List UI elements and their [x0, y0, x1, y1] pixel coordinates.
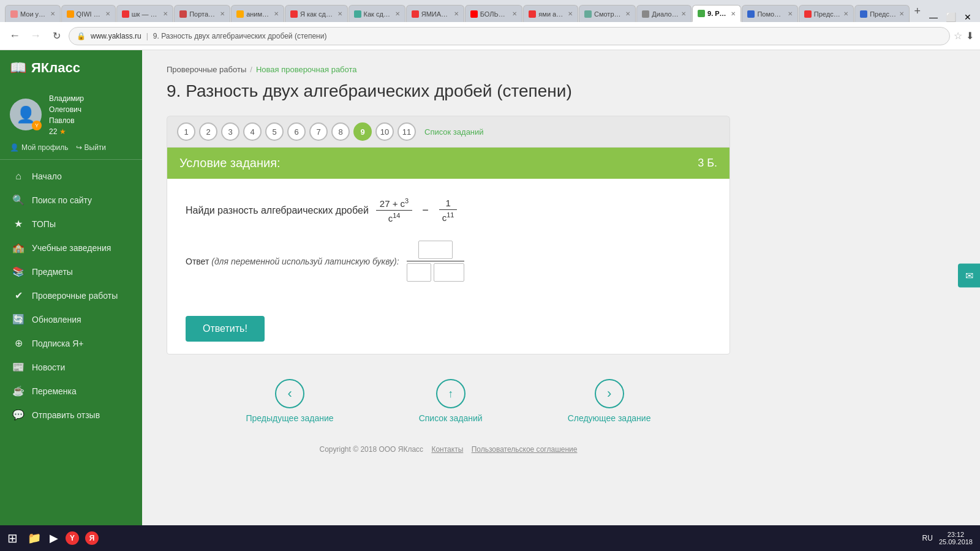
star-icon: ★	[12, 218, 24, 230]
download-button[interactable]: ⬇	[966, 30, 974, 42]
answer-denominator-right-input[interactable]	[434, 263, 464, 282]
answer-denominator-left-input[interactable]	[407, 263, 431, 282]
sidebar-item-break[interactable]: ☕ Переменка	[0, 379, 142, 403]
sidebar-item-subscription[interactable]: ⊕ Подписка Я+	[0, 331, 142, 355]
tab-bolsh[interactable]: БОЛЬШ...✕	[465, 5, 523, 22]
tab-predst2[interactable]: Предст...✕	[854, 5, 910, 22]
check-icon: ✔	[12, 290, 24, 301]
task-num-5[interactable]: 5	[265, 122, 284, 141]
sidebar-item-tops[interactable]: ★ ТОПы	[0, 212, 142, 236]
sidebar-item-label: Предметы	[32, 267, 73, 277]
task-card-header: Условие задания: 3 Б.	[167, 148, 729, 179]
tab-predst1[interactable]: Предст...✕	[799, 5, 854, 22]
main-layout: 📖 ЯКласс 👤 Y ВладимирОлеговичПавлов 22 ★…	[0, 50, 980, 525]
logout-link[interactable]: ↪ Выйти	[76, 143, 107, 152]
page-footer: Copyright © 2018 ООО ЯКласс Контакты Пол…	[167, 435, 730, 463]
sidebar-item-news[interactable]: 📰 Новости	[0, 355, 142, 379]
task-card: Условие задания: 3 Б. Найди разность алг…	[167, 147, 730, 354]
sidebar-item-search[interactable]: 🔍 Поиск по сайту	[0, 188, 142, 212]
terms-link[interactable]: Пользовательское соглашение	[472, 445, 578, 454]
mail-button[interactable]: ✉	[958, 264, 980, 288]
new-tab-button[interactable]: +	[910, 5, 924, 18]
sidebar-item-schools[interactable]: 🏫 Учебные заведения	[0, 236, 142, 260]
refresh-button[interactable]: ↻	[48, 28, 65, 45]
task-num-8[interactable]: 8	[331, 122, 350, 141]
tab-yamian2[interactable]: ями ан...✕	[523, 5, 578, 22]
sidebar-item-updates[interactable]: 🔄 Обновления	[0, 307, 142, 331]
address-bar[interactable]: 🔒 www.yaklass.ru | 9. Разность двух алге…	[69, 27, 950, 45]
taskbar-media[interactable]: ▶	[46, 531, 62, 545]
submit-button[interactable]: Ответить!	[186, 316, 265, 342]
sidebar-item-label: ТОПы	[32, 219, 56, 229]
taskbar-browser2[interactable]: Я	[83, 531, 101, 545]
sidebar-item-label: Подписка Я+	[32, 339, 84, 348]
sidebar-item-tests[interactable]: ✔ Проверочные работы	[0, 283, 142, 307]
tab-dialog[interactable]: Диалог...✕	[636, 5, 692, 22]
list-nav[interactable]: ↑ Список заданий	[419, 379, 483, 423]
sidebar-item-home[interactable]: ⌂ Начало	[0, 165, 142, 188]
task-num-2[interactable]: 2	[199, 122, 217, 141]
task-num-7[interactable]: 7	[309, 122, 328, 141]
tab-yamian[interactable]: ЯМИАН...✕	[406, 5, 464, 22]
task-num-11[interactable]: 11	[398, 122, 416, 141]
fraction-1: 27 + c3 c14	[376, 197, 412, 223]
task-num-9[interactable]: 9	[353, 122, 372, 141]
prev-label: Предыдущее задание	[246, 413, 334, 423]
task-num-3[interactable]: 3	[221, 122, 239, 141]
list-label: Список заданий	[419, 413, 483, 423]
rating-star-icon: ★	[59, 127, 66, 136]
minimize-button[interactable]: —	[925, 12, 941, 22]
sidebar: 📖 ЯКласс 👤 Y ВладимирОлеговичПавлов 22 ★…	[0, 50, 142, 525]
task-num-10[interactable]: 10	[375, 122, 394, 141]
fraction-1-numerator: 27 + c3	[376, 197, 412, 211]
start-button[interactable]: ⊞	[2, 531, 23, 545]
logo-text: ЯКласс	[31, 60, 80, 76]
breadcrumb-root[interactable]: Проверочные работы	[167, 65, 246, 74]
break-icon: ☕	[12, 385, 24, 397]
close-button[interactable]: ✕	[960, 12, 975, 22]
my-profile-link[interactable]: 👤 Мой профиль	[10, 143, 69, 152]
taskbar-clock: 23:12 25.09.2018	[939, 531, 973, 545]
answer-numerator-input[interactable]	[418, 241, 453, 259]
tab-kaksde2[interactable]: Как сде...✕	[349, 5, 405, 22]
task-num-1[interactable]: 1	[177, 122, 195, 141]
answer-label: Ответ (для переменной используй латинску…	[186, 257, 399, 266]
contacts-link[interactable]: Контакты	[431, 445, 463, 454]
sidebar-item-label: Новости	[32, 362, 65, 372]
home-icon: ⌂	[12, 171, 24, 182]
search-icon: 🔍	[12, 194, 24, 206]
breadcrumb-current[interactable]: Новая проверочная работа	[256, 65, 357, 74]
task-num-6[interactable]: 6	[287, 122, 306, 141]
tab-moi[interactable]: Мои уч...✕	[5, 5, 61, 22]
address-page-title: 9. Разность двух алгебраических дробей (…	[153, 32, 327, 40]
sidebar-item-subjects[interactable]: 📚 Предметы	[0, 260, 142, 283]
taskbar-browser1[interactable]: Y	[63, 531, 81, 545]
sidebar-item-label: Проверочные работы	[32, 291, 118, 301]
sidebar-item-label: Отправить отзыв	[32, 410, 100, 420]
forward-button[interactable]: →	[27, 28, 44, 45]
sidebar-item-feedback[interactable]: 💬 Отправить отзыв	[0, 403, 142, 427]
tab-pomosh[interactable]: Помощ...✕	[742, 5, 797, 22]
task-list-link[interactable]: Список заданий	[424, 127, 484, 137]
fraction-2: 1 c11	[439, 198, 458, 223]
tab-shk[interactable]: шк — Я...✕	[116, 5, 173, 22]
back-button[interactable]: ←	[6, 28, 23, 45]
prev-task-nav[interactable]: ‹ Предыдущее задание	[246, 379, 334, 423]
task-num-4[interactable]: 4	[243, 122, 262, 141]
next-task-nav[interactable]: › Следующее задание	[568, 379, 651, 423]
nav-footer: ‹ Предыдущее задание ↑ Список заданий › …	[167, 354, 730, 435]
tab-anime[interactable]: аниме...✕	[231, 5, 284, 22]
bookmark-button[interactable]: ☆	[954, 30, 962, 42]
tab-bar: Мои уч...✕ QIWI К...✕ шк — Я...✕ Портал.…	[0, 0, 980, 22]
tab-smotre[interactable]: Смотре...✕	[579, 5, 636, 22]
condition-label: Условие задания:	[179, 156, 281, 170]
copyright-text: Copyright © 2018 ООО ЯКласс	[320, 445, 424, 454]
maximize-button[interactable]: ⬜	[942, 12, 960, 22]
tab-kaksde1[interactable]: Я как сде...✕	[285, 5, 348, 22]
tab-qiwi[interactable]: QIWI К...✕	[61, 5, 116, 22]
tab-portal[interactable]: Портал...✕	[174, 5, 230, 22]
tab-9ra[interactable]: 9. Ра...✕	[692, 5, 741, 22]
answer-hint: (для переменной используй латинскую букв…	[211, 257, 399, 266]
taskbar-file-explorer[interactable]: 📁	[24, 531, 45, 545]
sidebar-item-label: Учебные заведения	[32, 243, 111, 253]
